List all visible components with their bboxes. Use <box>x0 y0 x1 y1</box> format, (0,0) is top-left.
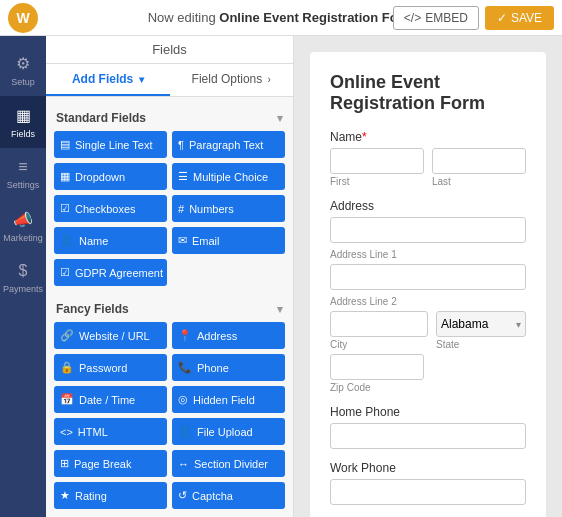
save-label: SAVE <box>511 11 542 25</box>
tab-add-fields-arrow: ▾ <box>139 74 144 85</box>
single-line-text-label: Single Line Text <box>75 139 152 151</box>
field-btn-html[interactable]: <> HTML <box>54 418 167 445</box>
html-icon: <> <box>60 426 73 438</box>
name-input-row: First Last <box>330 148 526 187</box>
checkboxes-icon: ☑ <box>60 202 70 215</box>
multiple-choice-icon: ☰ <box>178 170 188 183</box>
form-name: Online Event Registration Form <box>219 10 414 25</box>
standard-fields-grid: ▤ Single Line Text ¶ Paragraph Text ▦ Dr… <box>54 131 285 286</box>
city-wrap: City <box>330 311 428 350</box>
field-btn-section-divider[interactable]: ↔ Section Divider <box>172 450 285 477</box>
email-icon: ✉ <box>178 234 187 247</box>
website-url-label: Website / URL <box>79 330 150 342</box>
address-field-label: Address <box>330 199 526 213</box>
field-btn-numbers[interactable]: # Numbers <box>172 195 285 222</box>
website-url-icon: 🔗 <box>60 329 74 342</box>
page-break-icon: ⊞ <box>60 457 69 470</box>
field-btn-dropdown[interactable]: ▦ Dropdown <box>54 163 167 190</box>
city-input[interactable] <box>330 311 428 337</box>
sidebar-item-marketing[interactable]: 📣 Marketing <box>0 200 46 252</box>
field-btn-captcha[interactable]: ↺ Captcha <box>172 482 285 509</box>
address-line1-sublabel: Address Line 1 <box>330 249 526 260</box>
last-name-input[interactable] <box>432 148 526 174</box>
address-icon: 📍 <box>178 329 192 342</box>
fields-content: Standard Fields ▾ ▤ Single Line Text ¶ P… <box>46 97 293 517</box>
field-btn-single-line-text[interactable]: ▤ Single Line Text <box>54 131 167 158</box>
save-button[interactable]: ✓ SAVE <box>485 6 554 30</box>
page-break-label: Page Break <box>74 458 131 470</box>
field-btn-password[interactable]: 🔒 Password <box>54 354 167 381</box>
address-label: Address <box>197 330 237 342</box>
multiple-choice-label: Multiple Choice <box>193 171 268 183</box>
state-sublabel: State <box>436 339 526 350</box>
form-field-work-phone: Work Phone <box>330 461 526 505</box>
embed-label: EMBED <box>425 11 468 25</box>
address-line2-input[interactable] <box>330 264 526 290</box>
fancy-fields-grid: 🔗 Website / URL 📍 Address 🔒 Password 📞 P… <box>54 322 285 509</box>
setup-label: Setup <box>11 77 35 87</box>
address-line1-input[interactable] <box>330 217 526 243</box>
field-btn-email[interactable]: ✉ Email <box>172 227 285 254</box>
file-upload-label: File Upload <box>197 426 253 438</box>
gdpr-label: GDPR Agreement <box>75 267 163 279</box>
field-btn-page-break[interactable]: ⊞ Page Break <box>54 450 167 477</box>
city-state-row: City Alabama ▾ State <box>330 311 526 350</box>
field-btn-address[interactable]: 📍 Address <box>172 322 285 349</box>
field-btn-gdpr[interactable]: ☑ GDPR Agreement <box>54 259 167 286</box>
fields-panel: Fields Add Fields ▾ Field Options › Stan… <box>46 36 294 517</box>
home-phone-label: Home Phone <box>330 405 526 419</box>
field-btn-checkboxes[interactable]: ☑ Checkboxes <box>54 195 167 222</box>
section-divider-icon: ↔ <box>178 458 189 470</box>
tab-add-fields[interactable]: Add Fields ▾ <box>46 64 170 96</box>
hidden-field-icon: ◎ <box>178 393 188 406</box>
phone-icon: 📞 <box>178 361 192 374</box>
logo-icon: W <box>8 3 38 33</box>
field-btn-multiple-choice[interactable]: ☰ Multiple Choice <box>172 163 285 190</box>
address-line2-sublabel: Address Line 2 <box>330 296 526 307</box>
sidebar-nav: ⚙ Setup ▦ Fields ≡ Settings 📣 Marketing … <box>0 36 46 517</box>
field-btn-hidden-field[interactable]: ◎ Hidden Field <box>172 386 285 413</box>
single-line-text-icon: ▤ <box>60 138 70 151</box>
field-btn-phone[interactable]: 📞 Phone <box>172 354 285 381</box>
state-value: Alabama <box>441 317 488 331</box>
dropdown-label: Dropdown <box>75 171 125 183</box>
section-divider-label: Section Divider <box>194 458 268 470</box>
first-name-input[interactable] <box>330 148 424 174</box>
sidebar-item-payments[interactable]: $ Payments <box>0 252 46 304</box>
sidebar-item-fields[interactable]: ▦ Fields <box>0 96 46 148</box>
sidebar-item-setup[interactable]: ⚙ Setup <box>0 44 46 96</box>
field-btn-date-time[interactable]: 📅 Date / Time <box>54 386 167 413</box>
settings-label: Settings <box>7 180 40 190</box>
paragraph-text-label: Paragraph Text <box>189 139 263 151</box>
work-phone-input[interactable] <box>330 479 526 505</box>
tab-field-options[interactable]: Field Options › <box>170 64 294 96</box>
work-phone-label: Work Phone <box>330 461 526 475</box>
setup-icon: ⚙ <box>16 54 30 73</box>
rating-label: Rating <box>75 490 107 502</box>
name-field-label: Name* <box>330 130 526 144</box>
marketing-icon: 📣 <box>13 210 33 229</box>
tab-field-options-arrow: › <box>268 74 271 85</box>
zip-sublabel: Zip Code <box>330 382 526 393</box>
form-field-name: Name* First Last <box>330 130 526 187</box>
embed-button[interactable]: </> EMBED <box>393 6 479 30</box>
field-btn-file-upload[interactable]: 👤 File Upload <box>172 418 285 445</box>
date-time-icon: 📅 <box>60 393 74 406</box>
field-btn-paragraph-text[interactable]: ¶ Paragraph Text <box>172 131 285 158</box>
fancy-fields-header: Fancy Fields ▾ <box>54 296 285 322</box>
password-icon: 🔒 <box>60 361 74 374</box>
password-label: Password <box>79 362 127 374</box>
phone-label: Phone <box>197 362 229 374</box>
state-select[interactable]: Alabama ▾ <box>436 311 526 337</box>
tab-field-options-label: Field Options <box>192 72 263 86</box>
captcha-icon: ↺ <box>178 489 187 502</box>
fields-tabs: Add Fields ▾ Field Options › <box>46 64 293 97</box>
field-btn-website-url[interactable]: 🔗 Website / URL <box>54 322 167 349</box>
fancy-fields-label: Fancy Fields <box>56 302 129 316</box>
sidebar-item-settings[interactable]: ≡ Settings <box>0 148 46 200</box>
home-phone-input[interactable] <box>330 423 526 449</box>
zip-input[interactable] <box>330 354 424 380</box>
field-btn-rating[interactable]: ★ Rating <box>54 482 167 509</box>
field-btn-name[interactable]: 👤 Name <box>54 227 167 254</box>
paragraph-text-icon: ¶ <box>178 139 184 151</box>
